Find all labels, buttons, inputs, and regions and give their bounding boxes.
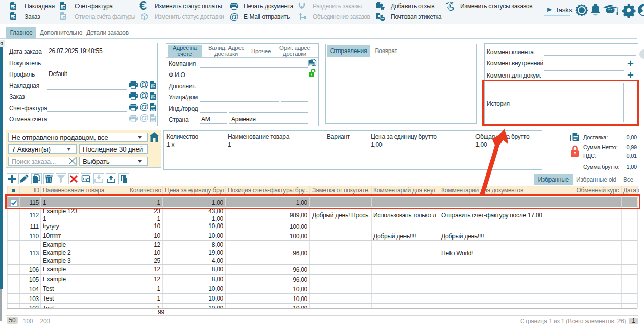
svg-text:123: 123	[11, 7, 16, 10]
svg-text:123: 123	[151, 85, 155, 88]
svg-text:123: 123	[151, 119, 155, 122]
svg-text:123: 123	[151, 96, 155, 99]
svg-text:123: 123	[151, 108, 155, 111]
svg-text:123: 123	[61, 7, 65, 10]
svg-text:123: 123	[61, 17, 65, 20]
svg-text:123: 123	[11, 17, 16, 20]
